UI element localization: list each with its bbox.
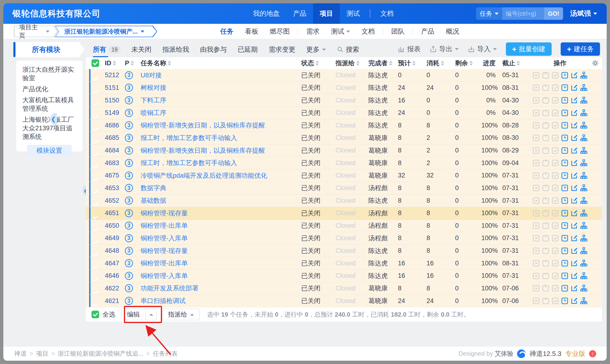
filter-tab[interactable]: 需求变更 <box>269 45 296 54</box>
task-name-link[interactable]: 铜粉管理-新增失效日期，以及铜粉库存提醒 <box>141 121 301 130</box>
nav-item[interactable] <box>370 10 370 18</box>
record-hours-icon[interactable] <box>561 109 569 117</box>
record-hours-icon[interactable] <box>561 285 569 292</box>
module-item[interactable]: 产品优化 <box>22 85 76 93</box>
task-id-link[interactable]: 5149 <box>105 109 125 117</box>
tab[interactable]: 测试 <box>325 27 356 36</box>
task-name-link[interactable]: 下料工序 <box>141 96 301 104</box>
tab[interactable]: 燃尽图 <box>264 27 296 36</box>
filter-tab[interactable]: 已延期 <box>238 45 258 54</box>
task-id-link[interactable]: 4686 <box>105 122 125 129</box>
task-name-link[interactable]: 树根对接 <box>141 83 301 92</box>
task-name-link[interactable]: 报工时，增加工艺参数可手动输入 <box>141 159 301 167</box>
task-name-link[interactable]: 数据字典 <box>141 184 301 192</box>
batch-create-subtask-icon[interactable] <box>580 134 588 142</box>
tab[interactable] <box>383 28 383 35</box>
user-menu[interactable]: 汤斌强 <box>570 9 597 18</box>
batch-create-subtask-icon[interactable] <box>580 172 588 179</box>
tab[interactable]: 任务 <box>214 27 239 36</box>
edition-link[interactable]: 专业版 <box>565 349 585 358</box>
task-id-link[interactable]: 4647 <box>105 260 125 267</box>
task-id-link[interactable]: 4646 <box>105 272 125 279</box>
module-item[interactable]: 浙江大自然开源实验室 <box>22 65 76 82</box>
footer-breadcrumb-item[interactable]: > <box>51 350 55 357</box>
footer-breadcrumb-item[interactable]: 项目 <box>36 350 48 358</box>
record-hours-icon[interactable] <box>561 209 569 217</box>
task-id-link[interactable]: 4651 <box>105 209 125 217</box>
task-name-link[interactable]: 铜粉管理-现存量 <box>141 209 301 218</box>
search-toggle[interactable]: 搜索 <box>337 45 359 54</box>
edit-task-icon[interactable] <box>571 197 578 204</box>
record-hours-icon[interactable] <box>561 247 569 255</box>
nav-item[interactable]: 文档 <box>374 3 400 24</box>
nav-item[interactable]: 产品 <box>286 3 313 24</box>
batch-create-subtask-icon[interactable] <box>580 184 588 192</box>
edit-task-icon[interactable] <box>571 96 578 104</box>
footer-breadcrumb-item[interactable]: 浙江银轮新能源冷喷铜产线追... <box>58 350 143 358</box>
task-name-link[interactable]: 铜粉管理-新增失效日期，以及铜粉库存提醒 <box>141 146 301 155</box>
column-name[interactable]: 任务名称 <box>141 59 301 67</box>
batch-create-subtask-icon[interactable] <box>580 159 588 167</box>
search-input[interactable] <box>502 7 544 20</box>
record-hours-icon[interactable] <box>561 147 569 154</box>
record-hours-icon[interactable] <box>561 84 569 91</box>
record-hours-icon[interactable] <box>561 297 569 305</box>
column-remain[interactable]: 剩余 <box>455 59 481 67</box>
record-hours-icon[interactable] <box>561 184 569 192</box>
task-name-link[interactable]: 铜粉管理-入库单 <box>141 234 301 243</box>
task-id-link[interactable]: 4648 <box>105 247 125 254</box>
task-id-link[interactable]: 4675 <box>105 172 125 179</box>
task-name-link[interactable]: 串口扫描枪调试 <box>141 297 301 305</box>
batch-edit-button[interactable]: 编辑 <box>121 309 146 320</box>
task-id-link[interactable]: 4622 <box>105 285 125 292</box>
task-name-link[interactable]: 铜粉管理-现存量 <box>141 247 301 255</box>
tab[interactable]: 概况 <box>440 27 465 36</box>
filter-tab[interactable]: 指派给我 <box>163 45 189 54</box>
batch-create-subtask-icon[interactable] <box>580 247 588 255</box>
task-id-link[interactable]: 4685 <box>105 134 125 142</box>
edit-task-icon[interactable] <box>571 285 578 292</box>
upgrade-icon[interactable]: ↑ <box>589 350 596 357</box>
footer-breadcrumb-item[interactable]: 任务列表 <box>153 350 178 358</box>
tab[interactable]: 需求 <box>300 27 325 36</box>
edit-task-icon[interactable] <box>571 121 578 129</box>
edit-task-icon[interactable] <box>571 172 578 179</box>
task-name-link[interactable]: U8对接 <box>141 71 301 79</box>
record-hours-icon[interactable] <box>561 172 569 179</box>
edit-task-icon[interactable] <box>571 209 578 217</box>
edit-task-icon[interactable] <box>571 222 578 229</box>
column-id[interactable]: ID <box>105 60 125 67</box>
task-name-link[interactable]: 铜粉管理-出库单 <box>141 221 301 230</box>
module-item[interactable]: 大富机电工装模具管理系统 <box>22 96 76 113</box>
edit-task-icon[interactable] <box>571 147 578 154</box>
task-id-link[interactable]: 4649 <box>105 234 125 242</box>
record-hours-icon[interactable] <box>561 134 569 142</box>
record-hours-icon[interactable] <box>561 272 569 280</box>
edit-task-icon[interactable] <box>571 272 578 280</box>
batch-edit-dropdown-toggle[interactable] <box>146 309 156 320</box>
import-button[interactable]: 导入 <box>468 45 497 54</box>
filter-tab[interactable]: 由我参与 <box>200 45 227 54</box>
column-deadline[interactable]: 截止 <box>498 59 531 67</box>
batch-create-subtask-icon[interactable] <box>580 71 588 79</box>
column-consumed[interactable]: 消耗 <box>427 59 455 67</box>
edit-task-icon[interactable] <box>571 184 578 192</box>
tab[interactable]: 团队 <box>386 27 410 36</box>
record-hours-icon[interactable] <box>561 260 569 267</box>
record-hours-icon[interactable] <box>561 234 569 242</box>
select-all-checkbox[interactable] <box>91 59 105 67</box>
task-id-link[interactable]: 4653 <box>105 184 125 192</box>
tab[interactable]: 产品 <box>415 27 440 36</box>
column-assigned[interactable]: 指派给 <box>336 59 368 67</box>
column-progress[interactable]: 进度 <box>481 59 498 67</box>
create-task-button[interactable]: + 建任务 <box>561 42 600 56</box>
task-name-link[interactable]: 基础数据 <box>141 196 301 205</box>
column-status[interactable]: 状态 <box>301 59 336 67</box>
edit-task-icon[interactable] <box>571 159 578 167</box>
footer-breadcrumb-item[interactable]: > <box>146 350 150 357</box>
tab[interactable] <box>298 28 298 35</box>
batch-create-subtask-icon[interactable] <box>580 260 588 267</box>
module-item[interactable]: 上海银轮冷板工厂大众21397项目追溯系统 <box>22 115 76 141</box>
column-priority[interactable]: P <box>125 60 141 67</box>
select-all[interactable]: 全选 <box>91 310 115 319</box>
